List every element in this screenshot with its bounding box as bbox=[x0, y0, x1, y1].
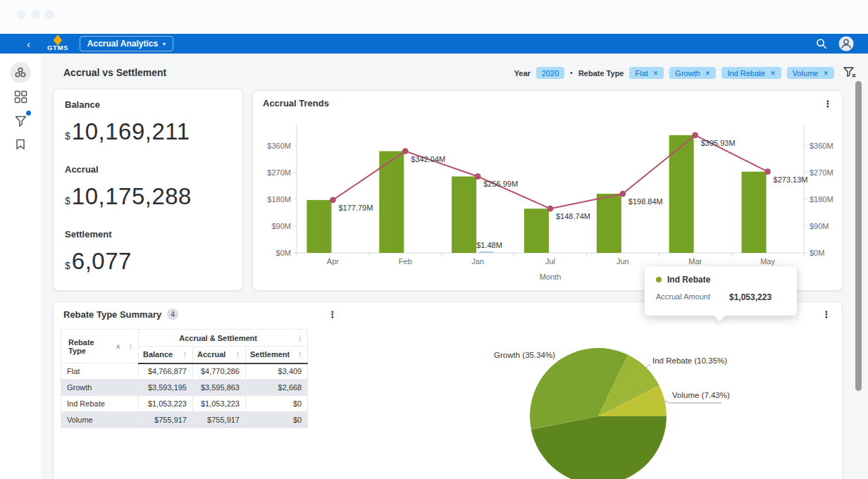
column-header-accrual[interactable]: Accrual⋮ bbox=[193, 347, 246, 363]
line-marker[interactable] bbox=[547, 206, 554, 212]
series-color-dot bbox=[656, 277, 662, 282]
chip-label: Ind Rebate bbox=[727, 69, 765, 77]
filter-chip[interactable]: Flat✕ bbox=[629, 67, 664, 79]
line-data-label: $177.79M bbox=[338, 204, 373, 212]
chart-tooltip: Ind Rebate Accrual Amount $1,053,223 bbox=[645, 266, 797, 316]
sort-ascending-icon[interactable]: ∧ bbox=[116, 343, 120, 350]
column-header-settlement[interactable]: Settlement⋮ bbox=[246, 347, 308, 363]
app-title-label: Accrual Analytics bbox=[87, 39, 158, 49]
clear-filter-icon[interactable] bbox=[843, 66, 857, 79]
y-axis-tick-label-right: $270M bbox=[810, 168, 833, 177]
column-header-balance[interactable]: Balance⋮ bbox=[139, 347, 193, 363]
cell-rebate-type: Volume bbox=[61, 412, 139, 428]
sidebar-item-bookmark[interactable] bbox=[10, 134, 31, 155]
gtms-logo[interactable]: GTMS bbox=[47, 37, 68, 51]
line-marker[interactable] bbox=[402, 148, 409, 154]
kpi-settlement-value: 6,077 bbox=[72, 248, 132, 275]
cell-settlement: $0 bbox=[246, 396, 308, 412]
accrual-bar[interactable] bbox=[597, 194, 621, 253]
rebate-type-summary-card: Rebate Type Summary 4 ⋮ ⋮ Rebate Type∧⋮ … bbox=[53, 301, 843, 479]
accrual-bar[interactable] bbox=[742, 172, 767, 253]
y-axis-tick-label: $180M bbox=[267, 195, 291, 204]
table-row[interactable]: Ind Rebate$1,053,223$1,053,223$0 bbox=[61, 396, 308, 412]
window-control-dot bbox=[31, 10, 40, 19]
column-menu-icon[interactable]: ⋮ bbox=[235, 351, 241, 358]
chip-label: Growth bbox=[675, 69, 700, 77]
accrual-trends-chart: $0M$0M$90M$90M$180M$180M$270M$270M$360M$… bbox=[253, 118, 843, 292]
column-menu-icon[interactable]: ⋮ bbox=[297, 335, 303, 342]
filter-bar: Year 2020 • Rebate Type Flat✕Growth✕Ind … bbox=[514, 67, 834, 79]
pie-slice-label: Ind Rebate (10.35%) bbox=[652, 356, 727, 365]
y-axis-tick-label: $90M bbox=[271, 222, 291, 230]
rebate-summary-table: Rebate Type∧⋮ Accrual & Settlement⋮ Bala… bbox=[61, 329, 308, 428]
pie-slice-flat[interactable] bbox=[531, 416, 666, 479]
search-icon[interactable] bbox=[816, 38, 827, 49]
y-axis-tick-label-right: $360M bbox=[810, 142, 833, 150]
cluster-icon bbox=[13, 66, 27, 80]
line-data-label: $273.13M bbox=[774, 175, 808, 184]
cell-rebate-type: Growth bbox=[61, 380, 139, 396]
kpi-balance-value: 10,169,211 bbox=[72, 118, 190, 145]
x-axis-tick-label: Jun bbox=[616, 257, 629, 266]
line-data-label: $256.99M bbox=[483, 180, 518, 188]
kpi-accrual-value: 10,175,288 bbox=[72, 183, 192, 210]
y-axis-tick-label-right: $180M bbox=[810, 195, 833, 204]
cell-accrual: $4,770,286 bbox=[193, 363, 246, 380]
line-marker[interactable] bbox=[764, 168, 771, 175]
cell-balance: $1,053,223 bbox=[139, 396, 193, 412]
tooltip-series-name: Ind Rebate bbox=[667, 275, 710, 285]
accrual-trends-card: Accrual Trends ⋮ $0M$0M$90M$90M$180M$180… bbox=[252, 90, 843, 291]
kpi-settlement: Settlement $6,077 bbox=[65, 229, 231, 275]
column-menu-icon[interactable]: ⋮ bbox=[297, 351, 303, 358]
tooltip-measure-label: Accrual Amount bbox=[656, 292, 729, 302]
accrual-bar[interactable] bbox=[524, 209, 549, 253]
cell-accrual: $755,917 bbox=[193, 412, 246, 428]
column-menu-icon[interactable]: ⋮ bbox=[128, 343, 134, 350]
kebab-menu-icon[interactable]: ⋮ bbox=[822, 98, 833, 111]
currency-symbol: $ bbox=[65, 260, 70, 271]
line-marker[interactable] bbox=[330, 197, 336, 204]
kebab-menu-icon[interactable]: ⋮ bbox=[327, 309, 338, 321]
table-row[interactable]: Volume$755,917$755,917$0 bbox=[61, 412, 308, 428]
filter-chip[interactable]: Growth✕ bbox=[669, 67, 716, 79]
year-chip[interactable]: 2020 bbox=[536, 67, 564, 79]
app-title-dropdown[interactable]: Accrual Analytics ▾ bbox=[80, 36, 173, 51]
table-row[interactable]: Growth$3,593,195$3,595,863$2,668 bbox=[61, 380, 308, 396]
sidebar-item-apps[interactable] bbox=[10, 86, 31, 107]
filter-separator: • bbox=[570, 69, 573, 77]
x-axis-tick-label: Mar bbox=[688, 257, 702, 266]
close-icon[interactable]: ✕ bbox=[653, 70, 659, 77]
settlement-bar-label: $1.48M bbox=[476, 241, 502, 249]
table-row[interactable]: Flat$4,766,877$4,770,286$3,409 bbox=[61, 363, 308, 380]
cell-settlement: $3,409 bbox=[246, 363, 308, 380]
browser-chrome-strip bbox=[0, 0, 868, 34]
cell-settlement: $2,668 bbox=[246, 380, 308, 396]
y-axis-tick-label-right: $90M bbox=[810, 222, 829, 230]
y-axis-tick-label-right: $0M bbox=[810, 249, 824, 257]
sidebar-item-workspace[interactable] bbox=[10, 62, 31, 83]
sidebar-item-filters[interactable] bbox=[10, 110, 31, 131]
line-marker[interactable] bbox=[619, 191, 626, 197]
line-marker[interactable] bbox=[692, 132, 698, 138]
line-marker[interactable] bbox=[475, 173, 481, 180]
rebate-type-filter-label: Rebate Type bbox=[578, 69, 624, 77]
kebab-menu-icon[interactable]: ⋮ bbox=[821, 309, 832, 321]
filter-chip[interactable]: Ind Rebate✕ bbox=[721, 67, 781, 79]
cell-balance: $3,593,195 bbox=[139, 380, 193, 396]
column-menu-icon[interactable]: ⋮ bbox=[182, 351, 188, 358]
column-header-rebate-type[interactable]: Rebate Type∧⋮ bbox=[61, 330, 139, 363]
close-icon[interactable]: ✕ bbox=[705, 70, 711, 77]
filter-chip[interactable]: Volume✕ bbox=[787, 67, 834, 79]
rebate-type-chips: Flat✕Growth✕Ind Rebate✕Volume✕ bbox=[629, 67, 834, 79]
accrual-bar[interactable] bbox=[452, 176, 476, 253]
user-avatar[interactable] bbox=[838, 36, 854, 51]
cell-balance: $755,917 bbox=[139, 412, 193, 428]
accrual-bar[interactable] bbox=[306, 200, 331, 253]
settlement-bar[interactable] bbox=[479, 251, 493, 253]
kpi-accrual: Accrual $10,175,288 bbox=[65, 164, 231, 210]
close-icon[interactable]: ✕ bbox=[770, 70, 776, 77]
close-icon[interactable]: ✕ bbox=[823, 70, 829, 77]
cell-settlement: $0 bbox=[246, 412, 308, 428]
scrollbar-thumb[interactable] bbox=[855, 81, 862, 391]
back-button[interactable]: ‹ bbox=[27, 39, 30, 49]
